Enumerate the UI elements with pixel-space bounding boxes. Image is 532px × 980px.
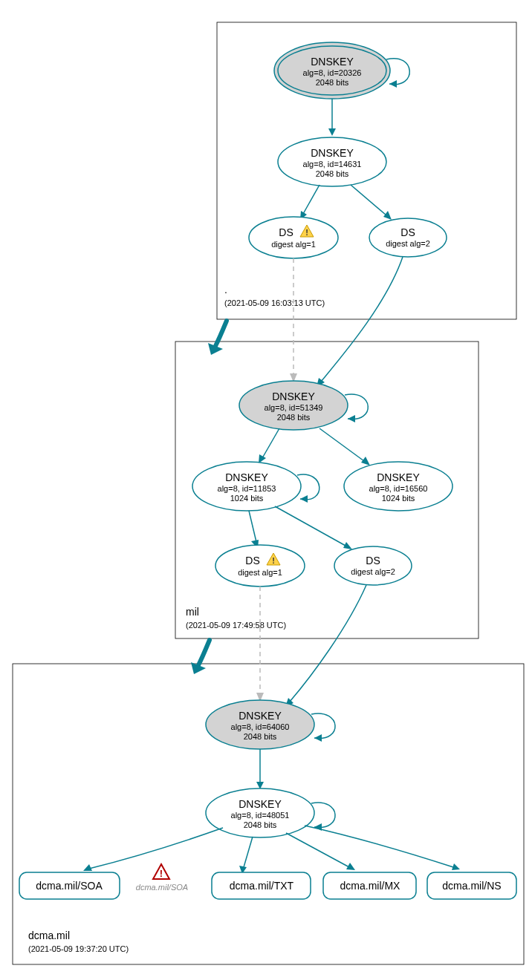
svg-text:DNSKEY: DNSKEY <box>239 798 282 810</box>
svg-text:DNSKEY: DNSKEY <box>272 391 315 402</box>
arrow-dcma-zsk-to-ns <box>452 863 460 870</box>
svg-text:DNSKEY: DNSKEY <box>239 710 282 722</box>
svg-text:alg=8, id=20326: alg=8, id=20326 <box>303 68 362 77</box>
svg-text:digest alg=1: digest alg=1 <box>271 240 316 249</box>
zone-mil-label: mil <box>186 606 199 618</box>
edge-dcma-zsk-to-mx <box>286 833 349 867</box>
svg-text:digest alg=2: digest alg=2 <box>386 239 430 248</box>
svg-text:DNSKEY: DNSKEY <box>225 471 268 483</box>
svg-text:digest alg=2: digest alg=2 <box>351 567 395 576</box>
arrow-dcma-zsk-to-soa <box>83 864 92 871</box>
edge-delegation-mil-dcma <box>198 640 210 665</box>
edge-root-zsk-to-ds1 <box>303 185 319 214</box>
svg-text:1024 bits: 1024 bits <box>230 494 264 503</box>
svg-text:digest alg=1: digest alg=1 <box>238 568 282 577</box>
svg-text:alg=8, id=64060: alg=8, id=64060 <box>231 722 290 731</box>
svg-text:dcma.mil/NS: dcma.mil/NS <box>442 880 501 892</box>
node-mil-ds2: DS digest alg=2 <box>334 546 412 585</box>
svg-text:DNSKEY: DNSKEY <box>377 471 420 483</box>
edge-dcma-ksk-self <box>311 713 335 738</box>
svg-text:dcma.mil/SOA: dcma.mil/SOA <box>136 883 188 892</box>
node-mil-ds1: DS ! digest alg=1 <box>215 545 305 587</box>
arrow-mil-ksk-to-zsk2 <box>361 457 370 466</box>
node-dcma-zsk: DNSKEY alg=8, id=48051 2048 bits <box>206 788 314 837</box>
svg-text:DS: DS <box>279 226 293 238</box>
zone-root-label: . <box>224 284 227 295</box>
edge-mil-ksk-to-zsk2 <box>319 428 364 461</box>
edge-dcma-zsk-to-soa <box>89 828 223 869</box>
edge-mil-zsk-to-ds2 <box>275 506 346 546</box>
node-root-ds1: DS ! digest alg=1 <box>249 217 338 258</box>
edge-mil-ksk-to-zsk <box>262 428 279 458</box>
svg-text:DNSKEY: DNSKEY <box>311 147 354 159</box>
arrow-root-ksk-to-zsk <box>328 128 336 136</box>
node-root-zsk: DNSKEY alg=8, id=14631 2048 bits <box>278 137 386 186</box>
edge-root-zsk-to-ds2 <box>351 185 386 215</box>
node-dcma-ksk: DNSKEY alg=8, id=64060 2048 bits <box>206 700 314 749</box>
rrset-ns: dcma.mil/NS <box>427 872 516 899</box>
zone-root-timestamp: (2021-05-09 16:03:13 UTC) <box>224 298 325 307</box>
error-icon: ! <box>153 864 169 879</box>
zone-mil-timestamp: (2021-05-09 17:49:58 UTC) <box>186 621 286 630</box>
svg-text:1024 bits: 1024 bits <box>382 494 415 503</box>
svg-text:dcma.mil/SOA: dcma.mil/SOA <box>36 880 103 892</box>
rrset-mx: dcma.mil/MX <box>323 872 416 899</box>
svg-text:!: ! <box>305 228 308 237</box>
svg-text:!: ! <box>272 556 275 565</box>
edge-mil-ds2-to-dcma-ksk <box>290 585 366 702</box>
rrset-soa: dcma.mil/SOA <box>19 872 120 899</box>
arrow-mil-ksk-self <box>348 415 355 422</box>
edge-dcma-zsk-to-ns <box>305 826 453 867</box>
arrow-dcma-ksk-self <box>314 734 322 742</box>
edge-dcma-zsk-self <box>311 803 335 827</box>
svg-text:2048 bits: 2048 bits <box>277 413 311 422</box>
svg-text:2048 bits: 2048 bits <box>244 732 277 741</box>
svg-text:dcma.mil/TXT: dcma.mil/TXT <box>230 880 294 892</box>
svg-text:DNSKEY: DNSKEY <box>311 56 354 68</box>
zone-dcma-label: dcma.mil <box>28 930 70 941</box>
node-root-ksk: DNSKEY alg=8, id=20326 2048 bits <box>274 42 390 99</box>
svg-text:alg=8, id=14631: alg=8, id=14631 <box>303 160 362 169</box>
svg-text:DS: DS <box>245 555 259 566</box>
svg-point-29 <box>215 545 305 587</box>
edge-mil-zsk-to-ds1 <box>249 511 256 542</box>
arrow-mil-zsk-self <box>300 495 308 503</box>
svg-text:alg=8, id=51349: alg=8, id=51349 <box>265 403 323 412</box>
svg-text:alg=8, id=16560: alg=8, id=16560 <box>369 484 428 493</box>
rrset-soa-error: ! dcma.mil/SOA <box>136 864 188 892</box>
edge-delegation-root-mil <box>215 321 227 346</box>
node-mil-zsk2: DNSKEY alg=8, id=16560 1024 bits <box>344 462 452 511</box>
svg-text:alg=8, id=11853: alg=8, id=11853 <box>218 484 276 493</box>
edge-mil-ksk-self <box>345 394 368 419</box>
svg-text:2048 bits: 2048 bits <box>316 78 349 87</box>
svg-text:2048 bits: 2048 bits <box>244 820 277 829</box>
arrow-root-zsk-to-ds2 <box>383 211 392 220</box>
node-mil-zsk: DNSKEY alg=8, id=11853 1024 bits <box>192 462 301 511</box>
zone-dcma-timestamp: (2021-05-09 19:37:20 UTC) <box>28 944 129 953</box>
node-mil-ksk: DNSKEY alg=8, id=51349 2048 bits <box>239 381 348 430</box>
arrow-root-ksk-self <box>389 80 397 88</box>
svg-text:DS: DS <box>366 555 380 566</box>
svg-text:alg=8, id=48051: alg=8, id=48051 <box>231 811 290 820</box>
rrset-txt: dcma.mil/TXT <box>212 872 311 899</box>
svg-text:dcma.mil/MX: dcma.mil/MX <box>340 880 401 892</box>
node-root-ds2: DS digest alg=2 <box>369 218 447 257</box>
svg-text:!: ! <box>160 868 163 879</box>
arrow-mil-zsk-to-ds2 <box>343 542 352 549</box>
svg-point-9 <box>249 217 338 258</box>
svg-text:2048 bits: 2048 bits <box>316 169 349 178</box>
edge-dcma-zsk-to-txt <box>244 837 253 867</box>
svg-text:DS: DS <box>400 226 415 238</box>
